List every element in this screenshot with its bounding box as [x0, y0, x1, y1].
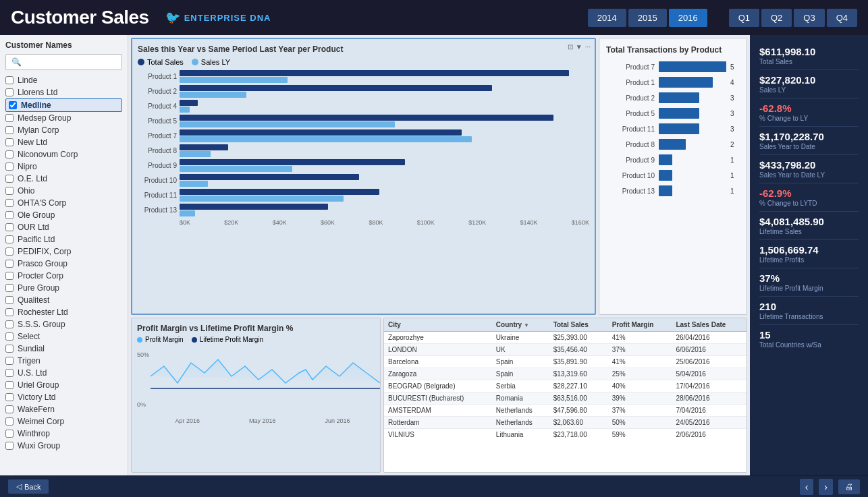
customer-item[interactable]: Victory Ltd — [5, 391, 122, 403]
customer-checkbox[interactable] — [5, 187, 13, 195]
customer-item[interactable]: Linde — [5, 74, 122, 86]
customer-checkbox[interactable] — [5, 150, 13, 158]
more-icon[interactable]: ··· — [585, 43, 591, 51]
customer-item[interactable]: WakeFern — [5, 403, 122, 415]
customer-checkbox[interactable] — [5, 211, 13, 219]
customer-checkbox[interactable] — [5, 393, 13, 401]
customer-checkbox[interactable] — [5, 284, 13, 292]
customer-item[interactable]: O.E. Ltd — [5, 173, 122, 185]
customer-checkbox[interactable] — [5, 296, 13, 304]
q3-button[interactable]: Q3 — [794, 9, 824, 27]
customer-checkbox[interactable] — [9, 101, 17, 109]
customer-item[interactable]: Procter Corp — [5, 270, 122, 282]
customer-checkbox[interactable] — [5, 332, 13, 341]
customer-checkbox[interactable] — [5, 320, 13, 328]
customer-checkbox[interactable] — [5, 417, 13, 426]
hbar-row: Product 10 — [138, 174, 589, 187]
customer-item[interactable]: Pure Group — [5, 282, 122, 294]
profit-margin-dot — [137, 337, 142, 343]
cell-last-date: 24/05/2016 — [672, 417, 747, 429]
focus-icon[interactable]: ⊡ — [568, 43, 573, 51]
customer-item[interactable]: Llorens Ltd — [5, 86, 122, 98]
customer-checkbox[interactable] — [5, 308, 13, 316]
col-last-sales-date[interactable]: Last Sales Date — [672, 318, 747, 332]
customer-item[interactable]: Weimei Corp — [5, 415, 122, 428]
customer-item[interactable]: Uriel Group — [5, 379, 122, 391]
kpi-label: Total Sales — [759, 58, 859, 65]
customer-checkbox[interactable] — [5, 272, 13, 280]
year-2016-button[interactable]: 2016 — [669, 9, 707, 27]
customer-item[interactable]: Rochester Ltd — [5, 306, 122, 318]
col-profit-margin[interactable]: Profit Margin — [608, 318, 672, 332]
cell-last-date: 28/06/2016 — [672, 392, 747, 405]
customer-checkbox[interactable] — [5, 138, 13, 146]
customer-item[interactable]: S.S.S. Group — [5, 318, 122, 330]
customer-checkbox[interactable] — [5, 88, 13, 96]
customer-checkbox[interactable] — [5, 405, 13, 413]
filter-icon[interactable]: ▼ — [576, 43, 582, 51]
cell-last-date: 17/04/2016 — [672, 380, 747, 392]
trans-bar-wrap — [659, 123, 726, 134]
customer-item[interactable]: Ohio — [5, 185, 122, 197]
year-2014-button[interactable]: 2014 — [588, 9, 626, 27]
next-button[interactable]: › — [819, 479, 833, 495]
customer-checkbox[interactable] — [5, 442, 13, 450]
customer-item[interactable]: OUR Ltd — [5, 221, 122, 233]
q4-button[interactable]: Q4 — [827, 9, 857, 27]
chart-legend: Total Sales Sales LY — [138, 58, 589, 66]
header: Customer Sales 🐦 ENTERPRISE DNA 2014 201… — [0, 0, 868, 35]
customer-item[interactable]: Qualitest — [5, 294, 122, 306]
customer-item[interactable]: U.S. Ltd — [5, 367, 122, 379]
customer-checkbox[interactable] — [5, 345, 13, 353]
q2-button[interactable]: Q2 — [761, 9, 792, 27]
ly-bar — [180, 166, 292, 172]
customer-checkbox[interactable] — [5, 199, 13, 207]
q1-button[interactable]: Q1 — [729, 9, 759, 27]
ly-bar — [180, 77, 288, 83]
prev-button[interactable]: ‹ — [800, 479, 814, 495]
cell-city: Rotterdam — [384, 417, 492, 429]
customer-item[interactable]: Wuxi Group — [5, 440, 122, 452]
kpi-item: -62.8% % Change to LY — [759, 98, 859, 127]
back-button[interactable]: ◁ Back — [8, 479, 49, 494]
customer-checkbox[interactable] — [5, 175, 13, 183]
customer-checkbox[interactable] — [5, 163, 13, 171]
col-city[interactable]: City — [384, 318, 492, 332]
col-total-sales[interactable]: Total Sales — [549, 318, 608, 332]
customer-checkbox[interactable] — [5, 381, 13, 389]
customer-item[interactable]: Prasco Group — [5, 258, 122, 270]
customer-checkbox[interactable] — [5, 357, 13, 365]
year-2015-button[interactable]: 2015 — [628, 9, 667, 27]
customer-item[interactable]: Medline — [5, 98, 122, 112]
customer-checkbox[interactable] — [5, 260, 13, 268]
customer-item[interactable]: Mylan Corp — [5, 124, 122, 136]
customer-search-input[interactable] — [5, 54, 122, 70]
customer-item[interactable]: Niconovum Corp — [5, 148, 122, 160]
print-button[interactable]: 🖨 — [838, 479, 860, 494]
customer-checkbox[interactable] — [5, 247, 13, 256]
customer-item[interactable]: Medsep Group — [5, 112, 122, 124]
trans-count: 3 — [730, 125, 740, 133]
customer-checkbox[interactable] — [5, 430, 13, 438]
customer-checkbox[interactable] — [5, 235, 13, 243]
customer-item[interactable]: Ole Group — [5, 209, 122, 221]
customer-checkbox[interactable] — [5, 126, 13, 134]
customer-item[interactable]: New Ltd — [5, 136, 122, 148]
col-country[interactable]: Country ▼ — [492, 318, 549, 332]
customer-item[interactable]: OHTA'S Corp — [5, 197, 122, 209]
customer-item[interactable]: Select — [5, 330, 122, 343]
customer-item[interactable]: Trigen — [5, 355, 122, 367]
customer-item[interactable]: Nipro — [5, 160, 122, 173]
customer-checkbox[interactable] — [5, 76, 13, 84]
cell-city: Zaragoza — [384, 368, 492, 380]
customer-item[interactable]: PEDIFIX, Corp — [5, 245, 122, 258]
customer-item[interactable]: Pacific Ltd — [5, 233, 122, 245]
table-scroll[interactable]: City Country ▼ Total Sales Profit Margin… — [384, 318, 747, 440]
customer-checkbox[interactable] — [5, 223, 13, 231]
customer-item[interactable]: Sundial — [5, 343, 122, 355]
customer-item[interactable]: Winthrop — [5, 428, 122, 440]
cell-last-date: 26/04/2016 — [672, 332, 747, 344]
customer-checkbox[interactable] — [5, 114, 13, 122]
cell-country: Lithuania — [492, 429, 549, 440]
customer-checkbox[interactable] — [5, 369, 13, 377]
